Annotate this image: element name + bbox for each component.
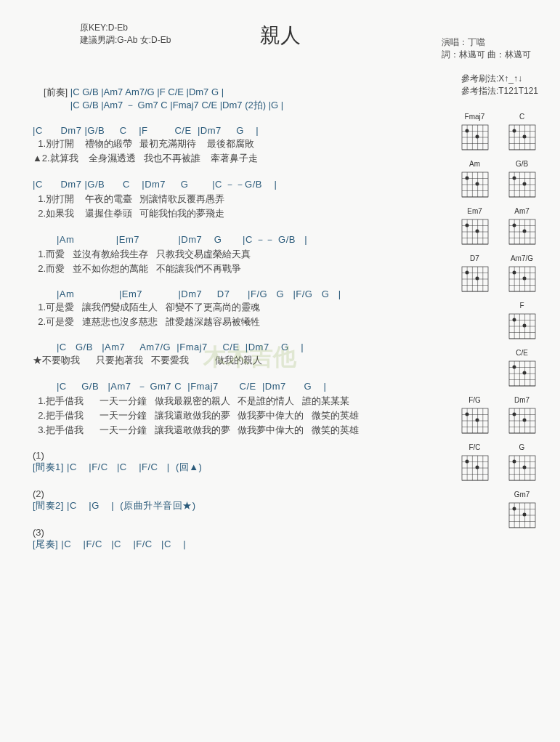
svg-point-120 bbox=[475, 419, 479, 422]
svg-point-87 bbox=[522, 277, 526, 281]
fret-grid bbox=[458, 217, 492, 247]
fret-grid bbox=[505, 406, 540, 436]
svg-point-164 bbox=[522, 513, 526, 517]
fret-grid bbox=[458, 406, 492, 436]
svg-point-20 bbox=[512, 129, 516, 133]
svg-point-53 bbox=[465, 224, 468, 227]
chord-pair: Gm7 bbox=[455, 491, 549, 531]
svg-point-98 bbox=[522, 324, 526, 328]
chord-name: F/G bbox=[455, 396, 495, 404]
fret-grid bbox=[458, 264, 492, 294]
chord-name: Em7 bbox=[455, 207, 495, 215]
svg-point-31 bbox=[465, 177, 468, 180]
intro-label: [前奏] bbox=[44, 86, 68, 97]
chord-pair: C/E bbox=[455, 349, 549, 389]
chord-diagram: F/G bbox=[455, 396, 495, 436]
svg-point-9 bbox=[465, 129, 468, 133]
fret-grid bbox=[458, 453, 492, 483]
singer: 演唱：丁噹 bbox=[442, 36, 531, 49]
svg-point-108 bbox=[512, 366, 516, 369]
fret-grid bbox=[505, 264, 540, 294]
chord-name: G bbox=[502, 443, 542, 451]
fret-grid bbox=[505, 169, 540, 200]
chord-diagrams: Fmaj7CAmG/BEm7Am7D7Am7/GFC/EF/GDm7F/CGGm… bbox=[455, 113, 549, 538]
fret-grid bbox=[505, 500, 540, 531]
fret-grid bbox=[505, 358, 540, 389]
svg-point-163 bbox=[512, 507, 516, 511]
chord-name: Am7/G bbox=[502, 254, 542, 262]
chord-pair: F bbox=[455, 302, 549, 342]
intro-line1: |C G/B |Am7 Am7/G |F C/E |Dm7 G | bbox=[70, 86, 224, 97]
meta-left: 原KEY:D-Eb 建議男調:G-Ab 女:D-Eb bbox=[80, 22, 171, 47]
svg-point-153 bbox=[522, 466, 526, 469]
chord-name: F bbox=[502, 302, 542, 310]
chord-diagram bbox=[455, 302, 495, 342]
svg-point-64 bbox=[512, 224, 516, 227]
svg-point-119 bbox=[465, 413, 468, 416]
chord-name: G/B bbox=[502, 160, 542, 168]
svg-point-65 bbox=[522, 230, 526, 233]
chord-name: Dm7 bbox=[502, 396, 542, 404]
chord-diagram: Em7 bbox=[455, 207, 495, 247]
chord-name: Am7 bbox=[502, 207, 542, 215]
original-key: 原KEY:D-Eb bbox=[80, 22, 171, 34]
chord-name: Gm7 bbox=[502, 491, 542, 499]
svg-point-32 bbox=[475, 182, 479, 186]
ref-strum: 參考刷法:X↑_↑↓ bbox=[461, 73, 538, 85]
fret-grid bbox=[458, 169, 492, 200]
chord-diagram: Am bbox=[455, 160, 495, 200]
svg-point-130 bbox=[512, 413, 516, 416]
chord-name: Am bbox=[455, 160, 495, 168]
chord-pair: Fmaj7C bbox=[455, 113, 549, 153]
fret-grid bbox=[505, 453, 540, 483]
chord-diagram: Am7/G bbox=[502, 254, 542, 294]
svg-point-131 bbox=[522, 419, 526, 422]
chord-diagram: D7 bbox=[455, 254, 495, 294]
svg-point-109 bbox=[522, 371, 526, 375]
svg-point-43 bbox=[522, 182, 526, 186]
svg-point-76 bbox=[475, 277, 479, 281]
svg-point-21 bbox=[522, 135, 526, 139]
svg-point-42 bbox=[512, 177, 516, 180]
chord-name: D7 bbox=[455, 254, 495, 262]
chord-pair: F/CG bbox=[455, 443, 549, 483]
chord-diagram: Fmaj7 bbox=[455, 113, 495, 153]
chord-diagram: F bbox=[502, 302, 542, 342]
chord-diagram bbox=[455, 491, 495, 531]
chord-diagram: G bbox=[502, 443, 542, 483]
chord-diagram: Dm7 bbox=[502, 396, 542, 436]
chord-diagram: C bbox=[502, 113, 542, 153]
chord-diagram bbox=[455, 349, 495, 389]
reference-box: 參考刷法:X↑_↑↓ 參考指法:T121T121 bbox=[461, 73, 538, 97]
ref-finger: 參考指法:T121T121 bbox=[461, 85, 538, 97]
chord-name: C/E bbox=[502, 349, 542, 357]
fret-grid bbox=[458, 122, 492, 153]
chord-name: C bbox=[502, 113, 542, 121]
chord-pair: AmG/B bbox=[455, 160, 549, 200]
svg-point-86 bbox=[512, 271, 516, 275]
svg-point-142 bbox=[475, 466, 479, 469]
svg-point-152 bbox=[512, 460, 516, 464]
chord-diagram: Am7 bbox=[502, 207, 542, 247]
fret-grid bbox=[505, 311, 540, 342]
svg-point-75 bbox=[465, 271, 468, 275]
chord-diagram: F/C bbox=[455, 443, 495, 483]
svg-point-10 bbox=[475, 135, 479, 139]
chord-diagram: Gm7 bbox=[502, 491, 542, 531]
chord-name: F/C bbox=[455, 443, 495, 451]
chord-diagram: C/E bbox=[502, 349, 542, 389]
credits: 詞：林邁可 曲：林邁可 bbox=[442, 49, 531, 61]
outro: [尾奏] |C |F/C |C |F/C |C | bbox=[33, 538, 549, 551]
chord-pair: D7Am7/G bbox=[455, 254, 549, 294]
svg-point-54 bbox=[475, 230, 479, 233]
chord-pair: Em7Am7 bbox=[455, 207, 549, 247]
svg-point-141 bbox=[465, 460, 468, 464]
intro-line2: |C G/B |Am7 － Gm7 C |Fmaj7 C/E |Dm7 (2拍)… bbox=[70, 100, 283, 110]
svg-point-97 bbox=[512, 318, 516, 322]
fret-grid bbox=[505, 217, 540, 247]
meta-right: 演唱：丁噹 詞：林邁可 曲：林邁可 bbox=[442, 36, 531, 61]
chord-pair: F/GDm7 bbox=[455, 396, 549, 436]
chord-name: Fmaj7 bbox=[455, 113, 495, 121]
suggested-key: 建議男調:G-Ab 女:D-Eb bbox=[80, 34, 171, 47]
fret-grid bbox=[505, 122, 540, 153]
